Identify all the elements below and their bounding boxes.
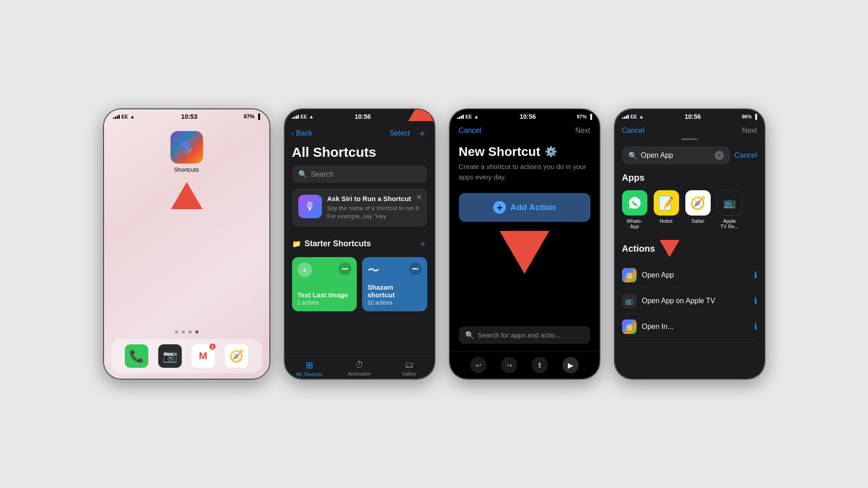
signal-bar-3 xyxy=(117,116,118,119)
screen3-search[interactable]: 🔍 Search for apps and actio... xyxy=(459,326,590,344)
status-icons-right-1: 97% ▐ xyxy=(244,113,260,120)
phone-screen1: EE ▲ 10:53 97% ▐ xyxy=(103,108,270,380)
gmail-emoji: M xyxy=(199,350,207,362)
wifi-icon-2: ▲ xyxy=(309,114,314,119)
shortcuts-app[interactable]: Shortcuts xyxy=(170,131,203,173)
back-button[interactable]: ‹ Back xyxy=(292,129,312,137)
signal-icon-4 xyxy=(622,114,629,119)
gmail-app-icon[interactable]: M 1 xyxy=(191,344,215,368)
card1-name: Text Last Image xyxy=(297,291,352,299)
dot-3 xyxy=(189,330,192,333)
battery-3: 97% xyxy=(577,114,587,119)
add-action-button[interactable]: ＋ Add Action xyxy=(459,193,590,222)
section-title: 📁 Starter Shortcuts xyxy=(292,239,371,249)
shazam-card[interactable]: 〜 ••• Shazam shortcut 32 actions xyxy=(362,257,427,311)
action-open-app[interactable]: ⊞ Open App ℹ xyxy=(622,263,757,288)
safari-app-icon: 🧭 xyxy=(685,190,711,216)
card1-info: Text Last Image 2 actions xyxy=(297,287,352,306)
section-add-button[interactable]: ＋ xyxy=(418,238,427,250)
shortcuts-search[interactable]: 🔍 Search xyxy=(292,165,427,183)
camera-emoji: 📷 xyxy=(163,349,177,363)
wifi-icon-3: ▲ xyxy=(474,114,479,119)
redo-button[interactable]: ↪ xyxy=(501,357,517,373)
text-last-image-card[interactable]: ＋ ••• Text Last Image 2 actions xyxy=(292,257,357,311)
cancel-button-3[interactable]: Cancel xyxy=(459,127,481,135)
safari-app-item[interactable]: 🧭 Safari xyxy=(685,190,711,229)
options-dot-icon[interactable]: ⚙️ xyxy=(545,146,557,158)
screen3-subtitle: Create a shortcut to actions you do in y… xyxy=(450,162,599,193)
search-field[interactable]: 🔍 Open App ✕ xyxy=(622,146,730,164)
carrier-4: EE xyxy=(631,114,637,119)
phone-emoji: 📞 xyxy=(129,349,144,363)
apps-row: Whats-App 📝 Notes 🧭 Safari 📺 xyxy=(615,187,764,236)
nav-automation[interactable]: ⏱ Automation xyxy=(335,360,384,377)
card1-header: ＋ ••• xyxy=(297,263,352,277)
dock: 📞 📷 M 1 🧭 xyxy=(111,339,262,373)
shortcuts-label: Shortcuts xyxy=(174,166,199,173)
card2-header: 〜 ••• xyxy=(368,263,422,278)
cancel-button-4[interactable]: Cancel xyxy=(622,127,645,135)
actions-section-title: Actions xyxy=(622,240,757,257)
drag-handle xyxy=(681,138,698,140)
card1-add-btn[interactable]: ＋ xyxy=(297,263,312,277)
carrier-2: EE xyxy=(301,114,307,119)
action-open-app-label: Open App xyxy=(642,271,749,279)
play-button[interactable]: ▶ xyxy=(562,357,579,373)
siri-card-desc: Say the name of a shortcut to run it. Fo… xyxy=(327,204,421,221)
shortcuts-icon xyxy=(170,131,203,164)
notes-app-item[interactable]: 📝 Notes xyxy=(654,190,679,229)
share-button[interactable]: ⬆ xyxy=(532,357,548,373)
screen3-title: New Shortcut ⚙️ xyxy=(450,139,599,162)
add-action-plus-icon: ＋ xyxy=(493,201,506,214)
action-open-appletv-info[interactable]: ℹ xyxy=(754,296,757,306)
signal-bar-1 xyxy=(113,117,114,119)
action-open-app-info[interactable]: ℹ xyxy=(754,270,757,280)
next-button-3[interactable]: Next xyxy=(576,127,590,135)
action-open-in[interactable]: ⊞ Open In... ℹ xyxy=(622,314,757,340)
undo-button[interactable]: ↩ xyxy=(470,357,486,373)
wifi-icon-1: ▲ xyxy=(130,114,135,119)
my-shortcuts-label: My Shortcuts xyxy=(296,372,322,377)
add-shortcut-button[interactable]: ＋ xyxy=(417,127,427,139)
spacer-3 xyxy=(450,274,599,326)
select-button[interactable]: Select xyxy=(390,129,410,137)
card2-menu-btn[interactable]: ••• xyxy=(409,263,422,275)
search-cancel-button[interactable]: Cancel xyxy=(735,151,757,160)
action-open-in-info[interactable]: ℹ xyxy=(754,322,757,332)
siri-card-close[interactable]: ✕ xyxy=(416,193,422,202)
page-dots xyxy=(175,325,198,339)
phone-screen3: EE ▲ 10:56 97% ▐ Cancel Next New Shortcu… xyxy=(449,108,600,380)
plus-container: ＋ xyxy=(417,127,427,140)
phone-screen2: EE ▲ 10:56 97% ▐ ‹ Back Select ＋ xyxy=(284,108,435,380)
battery-icon-4: ▐ xyxy=(754,114,757,119)
card1-count: 2 actions xyxy=(297,300,352,306)
safari-emoji: 🧭 xyxy=(229,349,244,363)
arrow-indicator-1 xyxy=(171,182,203,209)
nav-gallery[interactable]: 🗂 Gallery xyxy=(384,360,434,377)
action-open-in-label: Open In... xyxy=(642,323,749,331)
camera-app-icon[interactable]: 📷 xyxy=(158,344,182,368)
appletv-app-item[interactable]: 📺 AppleTV Re... xyxy=(717,190,742,229)
clear-search-button[interactable]: ✕ xyxy=(715,151,724,160)
nav-bar-2: ‹ Back Select ＋ xyxy=(285,122,434,145)
arrow-indicator-2 xyxy=(408,108,434,121)
battery-icon-1: ▐ xyxy=(256,113,260,120)
shortcuts-grid: ＋ ••• Text Last Image 2 actions 〜 ••• xyxy=(285,253,434,315)
action-open-appletv[interactable]: 📺 Open App on Apple TV ℹ xyxy=(622,288,757,314)
safari-dock-icon[interactable]: 🧭 xyxy=(225,344,248,368)
search-icon-3: 🔍 xyxy=(465,331,474,339)
card1-menu-btn[interactable]: ••• xyxy=(339,263,351,275)
search-value: Open App xyxy=(641,151,711,160)
carrier-1: EE xyxy=(122,114,128,119)
screen3-new-shortcut: EE ▲ 10:56 97% ▐ Cancel Next New Shortcu… xyxy=(450,109,599,379)
folder-icon: 📁 xyxy=(292,239,301,248)
whatsapp-app-item[interactable]: Whats-App xyxy=(622,190,647,229)
whatsapp-label: Whats-App xyxy=(627,218,642,229)
bottom-nav: ⊞ My Shortcuts ⏱ Automation 🗂 Gallery xyxy=(285,356,434,379)
back-label: Back xyxy=(296,129,312,137)
time-1: 10:53 xyxy=(181,113,198,120)
nav-my-shortcuts[interactable]: ⊞ My Shortcuts xyxy=(285,360,335,377)
phone-app-icon[interactable]: 📞 xyxy=(125,344,148,368)
screen2-shortcuts: EE ▲ 10:56 97% ▐ ‹ Back Select ＋ xyxy=(285,109,434,379)
next-button-4[interactable]: Next xyxy=(742,127,757,135)
